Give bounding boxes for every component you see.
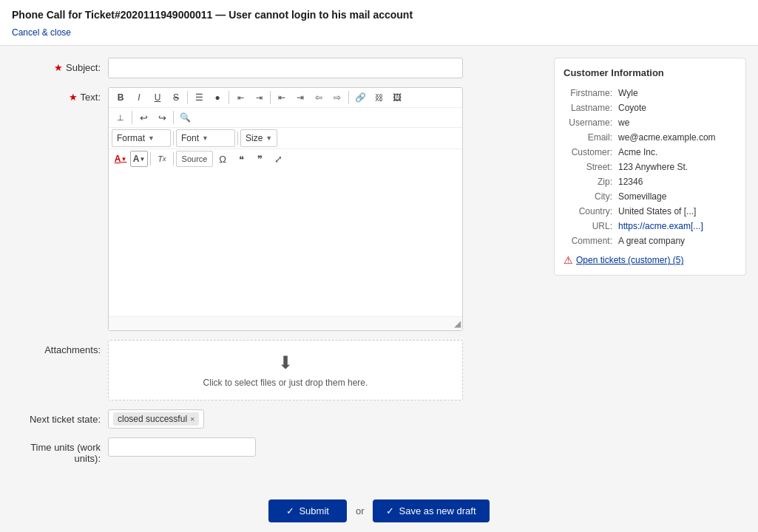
customer-street-row: Street: 123 Anywhere St. (564, 160, 737, 174)
customer-info-panel: Customer Information Firstname: Wyle Las… (554, 58, 746, 276)
attachments-label: Attachments: (12, 340, 108, 355)
text-row: ★ Text: B I U S ☰ ● ⇤ ⇥ ⇤ ⇥ (12, 87, 542, 331)
underline-button[interactable]: U (149, 89, 166, 106)
country-value: United States of [...] (615, 204, 737, 219)
clear-format-button[interactable]: Tx (153, 151, 171, 167)
time-units-input[interactable] (108, 437, 256, 457)
lastname-label: Lastname: (564, 100, 615, 115)
country-label: Country: (564, 204, 615, 219)
url-link[interactable]: https://acme.exam[...] (618, 221, 703, 231)
footer-actions: ✓ Submit or ✓ Save as new draft (0, 485, 758, 532)
justify-button[interactable]: ⇨ (328, 89, 346, 106)
customer-firstname-row: Firstname: Wyle (564, 86, 737, 100)
cancel-close-link[interactable]: Cancel & close (12, 27, 71, 45)
customer-label: Customer: (564, 145, 615, 160)
ordered-list-button[interactable]: ☰ (190, 89, 208, 106)
lastname-value: Coyote (615, 100, 737, 115)
required-star-text: ★ (69, 92, 78, 103)
download-icon: ⬇ (278, 352, 293, 373)
redo-button[interactable]: ↪ (153, 109, 171, 126)
indent-decrease-button[interactable]: ⇤ (231, 89, 249, 106)
font-arrow: ▼ (202, 134, 209, 142)
subject-input[interactable] (108, 58, 463, 78)
save-draft-button[interactable]: ✓ Save as new draft (373, 499, 489, 522)
zip-value: 12346 (615, 174, 737, 189)
link-button[interactable]: 🔗 (351, 89, 369, 106)
open-tickets-row: ⚠ Open tickets (customer) (5) (564, 254, 737, 266)
required-star: ★ (54, 62, 63, 73)
email-value: we@acme.example.com (615, 130, 737, 145)
separator-10 (173, 152, 174, 166)
align-center-button[interactable]: ⇥ (291, 89, 309, 106)
form-section: ★ Subject: ★ Text: B I U S ☰ ● (12, 58, 542, 473)
bold-button[interactable]: B (112, 89, 129, 106)
attachments-dropzone[interactable]: ⬇ Click to select files or just drop the… (108, 340, 463, 400)
size-arrow: ▼ (265, 134, 272, 142)
attachments-row: Attachments: ⬇ Click to select files or … (12, 340, 542, 400)
size-dropdown[interactable]: Size ▼ (240, 129, 277, 147)
source-label: Source (182, 154, 208, 163)
maximize-button[interactable]: ⤢ (269, 151, 287, 167)
url-label: URL: (564, 219, 615, 233)
customer-country-row: Country: United States of [...] (564, 204, 737, 219)
resize-icon[interactable]: ◢ (454, 318, 461, 329)
text-label: ★ Text: (12, 87, 108, 103)
find-button[interactable]: 🔍 (176, 109, 194, 126)
comment-label: Comment: (564, 233, 615, 248)
street-value: 123 Anywhere St. (615, 160, 737, 174)
toolbar-row-1: B I U S ☰ ● ⇤ ⇥ ⇤ ⇥ ⇦ ⇨ 🔗 (109, 88, 462, 107)
separator-8 (237, 132, 238, 145)
quote-button[interactable]: ❝ (232, 151, 250, 167)
separator-6 (173, 111, 174, 124)
submit-icon: ✓ (286, 505, 294, 516)
format-dropdown[interactable]: Format ▼ (112, 129, 171, 147)
next-state-row: Next ticket state: closed successful × (12, 409, 542, 429)
align-left-button[interactable]: ⇤ (273, 89, 291, 106)
submit-button[interactable]: ✓ Submit (268, 499, 346, 522)
align-right-button[interactable]: ⇦ (310, 89, 328, 106)
open-tickets-link[interactable]: Open tickets (customer) (5) (576, 255, 683, 265)
subject-row: ★ Subject: (12, 58, 542, 78)
font-color-button[interactable]: A▼ (112, 151, 129, 167)
unordered-list-button[interactable]: ● (209, 89, 226, 106)
source-button[interactable]: Source (176, 151, 213, 167)
state-badge-close[interactable]: × (190, 415, 194, 423)
customer-email-row: Email: we@acme.example.com (564, 130, 737, 145)
attachments-text: Click to select files or just drop them … (203, 378, 368, 388)
blockquote-button[interactable]: ❞ (251, 151, 268, 167)
draft-label: Save as new draft (399, 505, 476, 516)
customer-name-row: Customer: Acme Inc. (564, 145, 737, 160)
customer-lastname-row: Lastname: Coyote (564, 100, 737, 115)
separator-4 (348, 91, 349, 104)
customer-name-value: Acme Inc. (615, 145, 737, 160)
omega-button[interactable]: Ω (214, 151, 231, 167)
firstname-value: Wyle (615, 86, 737, 100)
indent-increase-button[interactable]: ⇥ (250, 89, 268, 106)
toolbar-row-4: A▼ A▼ Tx Source Ω ❝ ❞ ⤢ (109, 149, 462, 168)
unlink-button[interactable]: ⛓ (370, 89, 388, 106)
page-title: Phone Call for Ticket#2020111949000011 —… (12, 9, 746, 21)
format-arrow: ▼ (148, 134, 155, 142)
alert-icon: ⚠ (564, 254, 573, 266)
city-label: City: (564, 189, 615, 204)
undo-button[interactable]: ↩ (135, 109, 152, 126)
url-value: https://acme.exam[...] (615, 219, 737, 233)
separator-1 (187, 91, 188, 104)
font-dropdown[interactable]: Font ▼ (176, 129, 235, 147)
editor-area[interactable] (109, 168, 462, 316)
toolbar-row-2: ⊥ ↩ ↪ 🔍 (109, 107, 462, 127)
state-badge-text: closed successful (118, 414, 187, 424)
italic-button[interactable]: I (130, 89, 148, 106)
separator-2 (229, 91, 229, 104)
resize-handle: ◢ (109, 316, 462, 330)
customer-comment-row: Comment: A great company (564, 233, 737, 248)
strikethrough-button[interactable]: S (167, 89, 185, 106)
align-bottom-button[interactable]: ⊥ (112, 109, 129, 126)
customer-info-table: Firstname: Wyle Lastname: Coyote Usernam… (564, 86, 737, 248)
font-bg-color-button[interactable]: A▼ (130, 151, 148, 167)
image-button[interactable]: 🖼 (388, 89, 406, 106)
email-label: Email: (564, 130, 615, 145)
zip-label: Zip: (564, 174, 615, 189)
city-value: Somevillage (615, 189, 737, 204)
separator-3 (270, 91, 271, 104)
